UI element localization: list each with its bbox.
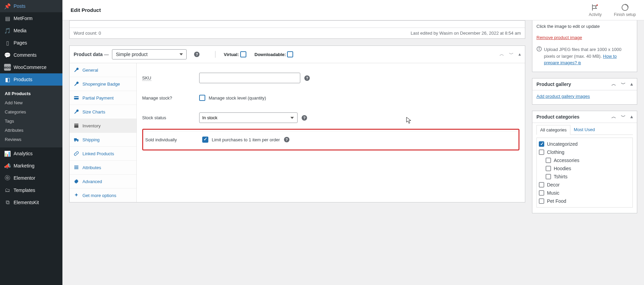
cat-checkbox[interactable] [539,141,544,147]
caret-up-icon[interactable]: ▴ [630,114,633,120]
submenu-tags[interactable]: Tags [0,117,62,126]
external-link-icon: ⧉ [578,61,581,65]
virtual-checkbox[interactable] [240,51,246,57]
svg-point-12 [539,48,539,48]
submenu-products: All Products Add New Categories Tags Att… [0,86,62,147]
submenu-all-products[interactable]: All Products [0,89,62,98]
cat-item[interactable]: Pet Food [539,197,630,205]
activity-button[interactable]: Activity [589,3,602,17]
chevron-down-icon[interactable]: ﹀ [509,51,514,57]
card-icon [74,95,79,101]
sold-individually-highlight: Sold individually Limit purchases to 1 i… [142,129,519,150]
menu-analytics[interactable]: 📊Analytics [0,147,62,160]
help-icon[interactable]: ? [304,75,310,81]
svg-point-5 [77,141,78,142]
add-gallery-images-link[interactable]: Add product gallery images [536,94,590,99]
tab-advanced[interactable]: Advanced [70,175,136,189]
sold-individually-checkbox[interactable] [202,137,208,143]
chevron-up-icon[interactable]: ︿ [611,114,616,120]
caret-up-icon[interactable]: ▴ [630,81,633,87]
word-count: Word count: 0 [74,31,101,36]
chevron-up-icon[interactable]: ︿ [499,51,504,57]
tab-shopengine-badge[interactable]: Shopengine Badge [70,77,136,91]
menu-elementskit[interactable]: ⧉ElementsKit [0,196,62,209]
chevron-down-icon[interactable]: ﹀ [621,114,626,120]
tab-get-more[interactable]: Get more options [70,189,136,202]
menu-comments[interactable]: 💬Comments [0,49,62,61]
product-data-tabs: General Shopengine Badge Partial Payment… [70,63,137,202]
chevron-up-icon[interactable]: ︿ [611,81,616,87]
cat-tab-all[interactable]: All categories [536,125,570,135]
tab-linked-products[interactable]: Linked Products [70,147,136,161]
tab-shipping[interactable]: Shipping [70,133,136,147]
cat-item[interactable]: Uncategorized [539,140,630,148]
cat-checkbox[interactable] [546,166,551,171]
metform-icon: ▤ [4,15,11,22]
product-data-panel: Product data — Simple product ? Virtual:… [69,46,525,202]
cat-item[interactable]: Hoodies [546,164,630,173]
help-icon[interactable]: ? [284,137,289,142]
cat-checkbox[interactable] [539,198,544,204]
cat-checkbox[interactable] [546,174,551,179]
menu-pages[interactable]: ▯Pages [0,37,62,49]
help-icon[interactable]: ? [302,115,307,121]
sold-individually-description: Limit purchases to 1 item per order [212,137,280,142]
menu-metform[interactable]: ▤MetForm [0,12,62,24]
cat-checkbox[interactable] [539,190,544,196]
downloadable-label: Downloadable: [254,52,286,57]
menu-posts[interactable]: 📌Posts [0,0,62,12]
product-type-select[interactable]: Simple product [112,49,187,59]
cat-checkbox[interactable] [539,182,544,188]
help-icon[interactable]: ? [194,52,200,57]
downloadable-checkbox[interactable] [287,51,293,57]
comments-icon: 💬 [4,52,11,58]
tab-attributes[interactable]: Attributes [70,161,136,175]
cat-item[interactable]: Accessories [546,156,630,164]
remove-product-image-link[interactable]: Remove product image [536,35,582,40]
link-icon [74,151,79,156]
cat-checkbox[interactable] [546,158,551,163]
woocommerce-icon: woo [4,64,11,71]
manage-stock-checkbox[interactable] [199,95,205,101]
tab-inventory[interactable]: Inventory [70,119,136,133]
tab-partial-payment[interactable]: Partial Payment [70,91,136,105]
wrench-icon [74,81,79,87]
caret-up-icon[interactable]: ▴ [518,51,521,57]
finish-setup-button[interactable]: Finish setup [614,3,636,17]
cat-tab-most-used[interactable]: Most Used [570,125,598,135]
product-gallery-panel: Product gallery ︿ ﹀ ▴ Add product galler… [532,78,637,105]
menu-media[interactable]: 🎵Media [0,24,62,37]
submenu-add-new[interactable]: Add New [0,98,62,107]
svg-rect-8 [74,168,78,169]
cat-item[interactable]: Tshirts [546,173,630,181]
wrench-icon [74,67,79,73]
menu-products[interactable]: ◧Products [0,73,62,86]
submenu-categories[interactable]: Categories [0,107,62,117]
inventory-tab-content: SKU ? Manage stock? Manage stock level (… [137,63,525,202]
submenu-attributes[interactable]: Attributes [0,126,62,135]
sku-input[interactable] [199,73,300,83]
menu-templates[interactable]: 🗂Templates [0,184,62,196]
menu-woocommerce[interactable]: wooWooCommerce [0,61,62,73]
cat-item[interactable]: Clothing [539,148,630,156]
cat-checkbox[interactable] [539,149,544,155]
sku-label: SKU [142,75,151,81]
sparkle-icon [74,193,79,198]
tab-size-charts[interactable]: Size Charts [70,105,136,119]
product-gallery-title: Product gallery [536,82,571,87]
elementskit-icon: ⧉ [4,199,11,206]
divider [215,51,215,58]
cat-item[interactable]: Music [539,189,630,197]
menu-elementor[interactable]: ⓔElementor [0,172,62,184]
cat-item[interactable]: Decor [539,181,630,189]
media-icon: 🎵 [4,27,11,34]
product-image-panel: Click the image to edit or update Remove… [532,20,637,72]
category-list[interactable]: Uncategorized Clothing Accessories Hoodi… [536,138,633,208]
stock-status-select[interactable]: In stock [199,112,298,123]
product-data-header: Product data — Simple product ? Virtual:… [70,46,525,63]
submenu-reviews[interactable]: Reviews [0,135,62,144]
menu-marketing[interactable]: 📣Marketing [0,160,62,172]
tab-general[interactable]: General [70,63,136,77]
pin-icon: 📌 [4,3,11,10]
chevron-down-icon[interactable]: ﹀ [621,81,626,87]
